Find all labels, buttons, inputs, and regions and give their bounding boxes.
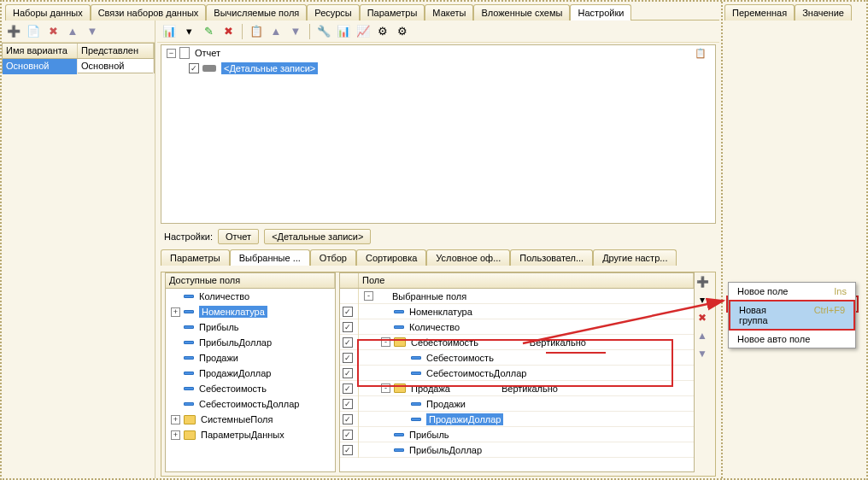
variant-cell-name[interactable]: Основной bbox=[3, 59, 78, 74]
variant-grid[interactable]: Имя варианта Представлен Основной Основн… bbox=[2, 43, 155, 73]
field-icon bbox=[411, 402, 421, 406]
avail-field[interactable]: +Номенклатура bbox=[166, 304, 335, 319]
detail-tab-3[interactable]: Сортировка bbox=[356, 249, 426, 266]
sf-menu-icon[interactable]: ▾ bbox=[695, 292, 710, 307]
main-tab-2[interactable]: Вычисляемые поля bbox=[206, 4, 307, 20]
delete2-icon[interactable]: ✖ bbox=[220, 23, 237, 40]
avail-field[interactable]: Количество bbox=[166, 289, 335, 304]
sf-up-icon[interactable]: ▲ bbox=[695, 328, 710, 343]
checkbox-icon[interactable]: ✓ bbox=[343, 353, 353, 363]
t4-icon[interactable]: ⚙ bbox=[374, 23, 391, 40]
selected-field-row[interactable]: ✓ПродажиДоллар bbox=[340, 412, 694, 427]
available-fields-list[interactable]: Количество+НоменклатураПрибыльПрибыльДол… bbox=[166, 289, 335, 442]
detail-tab-6[interactable]: Другие настр... bbox=[593, 249, 677, 266]
sf-del-icon[interactable]: ✖ bbox=[695, 310, 710, 325]
selected-field-row[interactable]: ✓Количество bbox=[340, 319, 694, 335]
checkbox-icon[interactable]: ✓ bbox=[343, 307, 353, 317]
add-group-icon[interactable]: 📊 bbox=[161, 23, 178, 40]
detail-tab-1[interactable]: Выбранные ... bbox=[230, 249, 310, 266]
path-report[interactable]: Отчет bbox=[218, 229, 259, 244]
detail-tab-5[interactable]: Пользовател... bbox=[510, 249, 593, 266]
right-tab-0[interactable]: Переменная bbox=[724, 4, 795, 20]
main-tab-4[interactable]: Параметры bbox=[360, 4, 425, 20]
report-root[interactable]: Отчет bbox=[195, 48, 220, 58]
avail-field[interactable]: +СистемныеПоля bbox=[166, 412, 335, 427]
checkbox-icon[interactable]: ✓ bbox=[189, 63, 199, 73]
expander-icon[interactable]: - bbox=[381, 337, 390, 347]
avail-field[interactable]: Себестоимость bbox=[166, 381, 335, 396]
detail-records[interactable]: <Детальные записи> bbox=[221, 62, 318, 74]
up2-icon[interactable]: ▲ bbox=[267, 23, 284, 40]
avail-field[interactable]: Прибыль bbox=[166, 319, 335, 335]
t1-icon[interactable]: 🔧 bbox=[315, 23, 332, 40]
field-icon bbox=[184, 295, 194, 298]
main-tab-5[interactable]: Макеты bbox=[425, 4, 473, 20]
selected-field-row[interactable]: ✓Номенклатура bbox=[340, 304, 694, 319]
expander-icon[interactable]: + bbox=[171, 307, 180, 317]
checkbox-icon[interactable]: ✓ bbox=[343, 322, 353, 332]
sf-add-icon[interactable]: ➕ bbox=[695, 274, 710, 290]
t5-icon[interactable]: ⚙ bbox=[394, 23, 411, 40]
selected-field-row[interactable]: ✓-СебестоимостьВертикально bbox=[340, 335, 694, 350]
selected-field-row[interactable]: ✓СебестоимостьДоллар bbox=[340, 366, 694, 381]
checkbox-icon[interactable]: ✓ bbox=[343, 445, 353, 455]
expander-icon[interactable]: - bbox=[381, 383, 390, 393]
checkbox-icon[interactable]: ✓ bbox=[343, 368, 353, 378]
main-tab-6[interactable]: Вложенные схемы bbox=[473, 4, 570, 20]
avail-field[interactable]: СебестоимостьДоллар bbox=[166, 396, 335, 412]
up-icon[interactable]: ▲ bbox=[64, 23, 81, 40]
main-tabs: Наборы данныхСвязи наборов данныхВычисля… bbox=[2, 2, 719, 20]
selected-field-row[interactable]: ✓Продажи bbox=[340, 396, 694, 412]
checkbox-icon[interactable]: ✓ bbox=[343, 383, 353, 394]
detail-tab-2[interactable]: Отбор bbox=[310, 249, 356, 266]
list-icon[interactable]: 📋 bbox=[248, 23, 265, 40]
checkbox-icon[interactable]: ✓ bbox=[343, 414, 353, 424]
avail-field[interactable]: ПродажиДоллар bbox=[166, 366, 335, 381]
edit-icon[interactable]: ✎ bbox=[200, 23, 217, 40]
right-tab-1[interactable]: Значение bbox=[795, 4, 852, 20]
main-tab-7[interactable]: Настройки bbox=[570, 4, 631, 21]
expander-icon[interactable]: − bbox=[167, 49, 176, 58]
selected-fields-toolbar: ➕ ▾ ✖ ▲ ▼ bbox=[695, 272, 712, 472]
selected-field-row[interactable]: -Выбранные поля bbox=[340, 289, 694, 304]
report-props-icon[interactable]: 📋 bbox=[695, 48, 707, 59]
variant-cell-repr[interactable]: Основной bbox=[78, 59, 154, 74]
main-tab-1[interactable]: Связи наборов данных bbox=[91, 4, 207, 20]
expander-icon[interactable]: + bbox=[171, 415, 180, 424]
field-icon bbox=[394, 448, 404, 452]
main-tab-3[interactable]: Ресурсы bbox=[307, 4, 359, 20]
available-header: Доступные поля bbox=[166, 273, 335, 288]
dropdown-icon[interactable]: ▾ bbox=[180, 23, 197, 40]
selected-fields-list[interactable]: -Выбранные поля✓Номенклатура✓Количество✓… bbox=[340, 289, 694, 458]
avail-field[interactable]: Продажи bbox=[166, 350, 335, 366]
delete-icon[interactable]: ✖ bbox=[44, 23, 62, 40]
selected-field-row[interactable]: ✓Прибыль bbox=[340, 427, 694, 442]
checkbox-icon[interactable]: ✓ bbox=[343, 337, 353, 348]
copy-icon[interactable]: 📄 bbox=[25, 23, 42, 40]
detail-tab-0[interactable]: Параметры bbox=[161, 249, 230, 266]
t3-icon[interactable]: 📈 bbox=[355, 23, 372, 40]
main-tab-0[interactable]: Наборы данных bbox=[5, 4, 91, 20]
sf-down-icon[interactable]: ▼ bbox=[695, 346, 710, 361]
expander-icon[interactable]: - bbox=[364, 291, 373, 301]
t2-icon[interactable]: 📊 bbox=[335, 23, 352, 40]
down-icon[interactable]: ▼ bbox=[84, 23, 101, 40]
expander-icon[interactable]: + bbox=[171, 430, 180, 440]
detail-tab-4[interactable]: Условное оф... bbox=[426, 249, 510, 266]
add-icon[interactable]: ➕ bbox=[5, 23, 22, 40]
selected-field-row[interactable]: ✓-ПродажаВертикально bbox=[340, 381, 694, 396]
checkbox-icon[interactable]: ✓ bbox=[343, 399, 353, 409]
path-details[interactable]: <Детальные записи> bbox=[264, 229, 371, 244]
avail-field[interactable]: +ПараметрыДанных bbox=[166, 427, 335, 442]
context-menu-item[interactable]: Новое авто поле bbox=[729, 331, 855, 348]
selected-field-row[interactable]: ✓Себестоимость bbox=[340, 350, 694, 366]
context-menu-item[interactable]: Новое полеIns bbox=[729, 283, 855, 300]
avail-field[interactable]: ПрибыльДоллар bbox=[166, 335, 335, 350]
field-icon bbox=[411, 372, 421, 375]
report-tree[interactable]: − Отчет 📋 ✓ <Детальные записи> bbox=[161, 44, 716, 224]
context-menu-item[interactable]: Новая группаCtrl+F9 bbox=[729, 300, 855, 331]
checkbox-icon[interactable]: ✓ bbox=[343, 430, 353, 440]
down2-icon[interactable]: ▼ bbox=[287, 23, 304, 40]
selected-field-row[interactable]: ✓ПрибыльДоллар bbox=[340, 442, 694, 458]
context-menu[interactable]: Новое полеInsНовая группаCtrl+F9Новое ав… bbox=[728, 282, 856, 348]
